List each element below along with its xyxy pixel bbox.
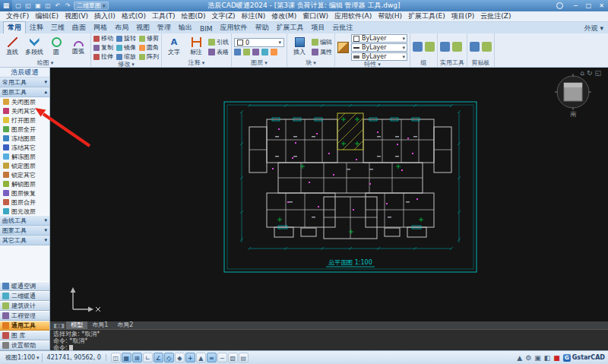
transparency-toggle[interactable]: ▧ bbox=[228, 353, 238, 362]
open-all-layers-item[interactable]: 图层全开 bbox=[0, 125, 49, 134]
layout-tab-model[interactable]: 模型 bbox=[66, 321, 87, 329]
ribbon-tab[interactable]: 视图 bbox=[132, 22, 154, 33]
redo-icon[interactable]: ↷ bbox=[63, 2, 72, 11]
layer-extra-icon-icon[interactable] bbox=[261, 49, 268, 55]
menu-item[interactable]: 格式(O) bbox=[119, 11, 149, 21]
layer-group-label[interactable]: 图层 bbox=[234, 59, 284, 67]
user-avatar-icon[interactable] bbox=[556, 2, 563, 9]
palette-tab-hvac[interactable]: 浩辰暖通 bbox=[0, 68, 49, 78]
layer-merge-item[interactable]: 图层合并 bbox=[0, 198, 49, 207]
modify-tool[interactable]: 阵列 bbox=[139, 52, 159, 61]
menu-item[interactable]: 文字(Z) bbox=[208, 11, 238, 21]
ribbon-tab[interactable]: 项目 bbox=[308, 22, 329, 33]
viewport-scale[interactable]: 视图1:100▾ bbox=[3, 353, 43, 362]
clean-screen-icon[interactable]: ◧ bbox=[544, 354, 551, 362]
group-icon-icon[interactable] bbox=[413, 42, 423, 52]
workspace-switch-gear-icon[interactable]: ⚙ bbox=[525, 354, 531, 362]
save-icon[interactable]: ▣ bbox=[33, 2, 43, 11]
arc-tool[interactable]: 圆弧 bbox=[68, 38, 88, 55]
layout-tab-1[interactable]: 布局1 bbox=[87, 321, 112, 329]
utility-icon-icon[interactable] bbox=[452, 42, 462, 52]
small-tool[interactable]: 引线 bbox=[208, 38, 229, 46]
ribbon-tab[interactable]: 常用 bbox=[3, 21, 26, 33]
text-tool[interactable]: A文字 bbox=[164, 37, 184, 56]
modify-tool[interactable]: 移动 bbox=[93, 34, 113, 43]
circle-tool[interactable]: 圆 bbox=[46, 37, 66, 56]
group-icon-icon[interactable] bbox=[425, 42, 435, 52]
change-entity-layer-item[interactable]: 图元改层 bbox=[0, 207, 49, 216]
small-tool[interactable]: 属性 bbox=[312, 48, 332, 56]
dimension-tool[interactable]: 标注 bbox=[186, 37, 206, 56]
lock-layer-item[interactable]: 锁定图层 bbox=[0, 161, 49, 170]
menu-item[interactable]: 插入(I) bbox=[91, 11, 119, 21]
navigation-toolbar-icons[interactable]: ⌂↻◱ bbox=[580, 69, 603, 77]
modify-tool[interactable]: 镜像 bbox=[116, 43, 136, 52]
ribbon-tab[interactable]: 输出 bbox=[175, 22, 196, 33]
modify-tool[interactable]: 拉伸 bbox=[93, 52, 113, 61]
small-tool[interactable]: 编辑 bbox=[312, 38, 332, 46]
grid-toggle[interactable]: ⊞ bbox=[132, 353, 142, 362]
library-module-button[interactable]: 图 库 bbox=[0, 331, 49, 340]
group-group-label[interactable]: 组 bbox=[413, 59, 435, 67]
layout-tab-2[interactable]: 布局2 bbox=[112, 321, 138, 329]
modify-tool[interactable]: 缩放 bbox=[116, 52, 136, 61]
settings-help-module-button[interactable]: 设置帮助 bbox=[0, 340, 49, 350]
ribbon-tab[interactable]: 布局 bbox=[111, 22, 132, 33]
properties-group-label[interactable]: 特性 bbox=[337, 61, 407, 68]
lineweight-toggle[interactable]: ─ bbox=[217, 353, 227, 362]
dynamic-ucs-toggle[interactable]: ▲ bbox=[196, 353, 206, 362]
utility-icon-icon[interactable] bbox=[440, 42, 450, 52]
property-dropdown[interactable]: ByLayer▾ bbox=[351, 52, 407, 61]
modify-tool[interactable]: 复制 bbox=[93, 43, 113, 52]
dynamic-input-toggle[interactable]: ≡ bbox=[207, 353, 217, 362]
fullscreen-icon[interactable]: ▣ bbox=[534, 354, 541, 362]
block-group-label[interactable]: 块 bbox=[290, 59, 332, 67]
object-snap-toggle[interactable]: ◇ bbox=[164, 353, 174, 362]
pattern-tools-section[interactable]: 图案工具▾ bbox=[0, 226, 49, 236]
appearance-menu[interactable]: 外观 ▾ bbox=[584, 24, 603, 33]
menu-item[interactable]: 应用软件(A) bbox=[331, 11, 375, 21]
utilities-group-label[interactable]: 实用工具 bbox=[440, 59, 464, 67]
menu-item[interactable]: 工具(T) bbox=[149, 11, 179, 21]
polyline-tool[interactable]: 多段线 bbox=[24, 37, 44, 56]
layer-extra-icon-icon[interactable] bbox=[252, 49, 259, 55]
ribbon-tab[interactable]: 曲面 bbox=[68, 22, 90, 33]
unlock-layer-item[interactable]: 解锁图层 bbox=[0, 179, 49, 188]
modify-tool[interactable]: 圆角 bbox=[139, 43, 159, 52]
layer-extra-icon-icon[interactable] bbox=[234, 49, 241, 55]
ribbon-tab[interactable]: 三维 bbox=[47, 22, 68, 33]
close-others-item[interactable]: 关闭其它 bbox=[0, 106, 49, 116]
clipboard-icon-icon[interactable] bbox=[470, 42, 480, 52]
menu-item[interactable]: 项目(P) bbox=[448, 11, 477, 21]
layer-restore-item[interactable]: 图层恢复 bbox=[0, 188, 49, 198]
menu-item[interactable]: 云批注(Z) bbox=[477, 11, 514, 21]
project-mgmt-module-button[interactable]: 工程管理 bbox=[0, 311, 49, 321]
ribbon-tab[interactable]: 注释 bbox=[26, 22, 47, 33]
layer-extra-icon-icon[interactable] bbox=[243, 49, 250, 55]
minimize-button[interactable]: ─ bbox=[569, 1, 582, 11]
menu-item[interactable]: 帮助(H) bbox=[375, 11, 405, 21]
freeze-others-item[interactable]: 冻结其它 bbox=[0, 143, 49, 152]
match-properties-icon[interactable] bbox=[337, 42, 349, 53]
print-icon[interactable]: ◫ bbox=[43, 2, 52, 11]
ribbon-tab[interactable]: 扩展工具 bbox=[273, 22, 308, 33]
record-icon[interactable]: ■ bbox=[553, 354, 560, 362]
property-dropdown[interactable]: ByLayer▾ bbox=[351, 34, 407, 43]
new-file-icon[interactable]: ▢ bbox=[14, 2, 23, 11]
layer-dropdown[interactable]: 0 ▾ bbox=[234, 38, 284, 47]
hvac-module-button[interactable]: 暖通空调 bbox=[0, 281, 49, 291]
arch-design-module-button[interactable]: 建筑设计 bbox=[0, 301, 49, 311]
2d-hvac-module-button[interactable]: 二维暖通 bbox=[0, 291, 49, 301]
menu-item[interactable]: 标注(N) bbox=[239, 11, 269, 21]
common-tools-section[interactable]: 常用工具▾ bbox=[0, 78, 49, 87]
annotate-group-label[interactable]: 注释 bbox=[164, 59, 229, 67]
close-layer-item[interactable]: 关闭图层 bbox=[0, 97, 49, 106]
app-menu-button[interactable]: ▦ bbox=[0, 0, 12, 11]
close-button[interactable]: ✕ bbox=[595, 1, 608, 11]
menu-item[interactable]: 扩展工具(E) bbox=[405, 11, 448, 21]
property-dropdown[interactable]: ByLayer▾ bbox=[351, 43, 407, 52]
drawing-canvas[interactable]: ⌂↻◱ bbox=[50, 68, 608, 321]
ribbon-tab[interactable]: 帮助 bbox=[252, 22, 273, 33]
clipboard-icon-icon[interactable] bbox=[482, 42, 492, 52]
3d-object-snap-toggle[interactable]: ◆ bbox=[175, 353, 185, 362]
